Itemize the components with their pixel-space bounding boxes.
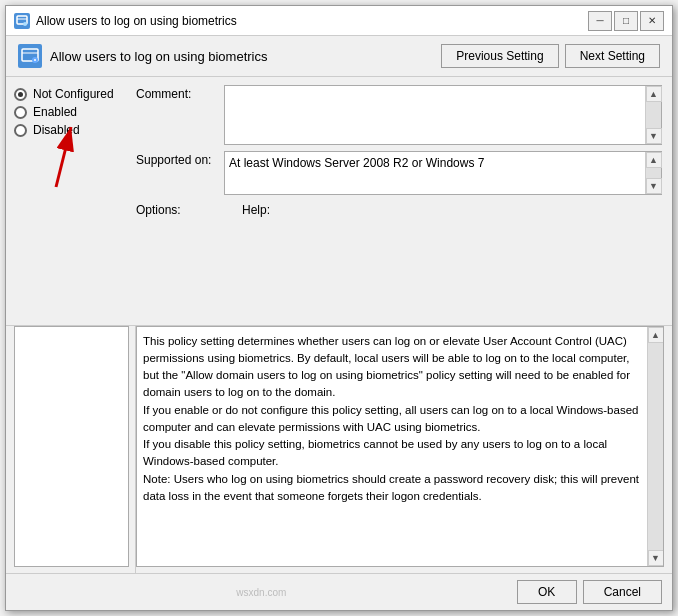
supported-label: Supported on:: [136, 151, 216, 167]
maximize-button[interactable]: □: [614, 11, 638, 31]
window-icon: [14, 13, 30, 29]
radio-not-configured-circle: [14, 88, 27, 101]
comment-row: Comment: ▲ ▼: [136, 85, 662, 145]
prev-setting-button[interactable]: Previous Setting: [441, 44, 558, 68]
close-button[interactable]: ✕: [640, 11, 664, 31]
cancel-button[interactable]: Cancel: [583, 580, 662, 604]
window-title: Allow users to log on using biometrics: [36, 14, 237, 28]
right-panel: Comment: ▲ ▼ Supported on: At least Wind…: [136, 77, 672, 325]
watermark-text: wsxdn.com: [236, 587, 290, 598]
options-header-label: Options:: [136, 203, 236, 217]
radio-disabled-label: Disabled: [33, 123, 80, 137]
radio-group: Not Configured Enabled Disabled: [14, 87, 128, 137]
radio-enabled-circle: [14, 106, 27, 119]
window-controls: ─ □ ✕: [588, 11, 664, 31]
left-panel: Not Configured Enabled Disabled: [6, 77, 136, 325]
header-buttons: Previous Setting Next Setting: [441, 44, 660, 68]
radio-not-configured[interactable]: Not Configured: [14, 87, 128, 101]
ok-button[interactable]: OK: [517, 580, 577, 604]
comment-scroll-track: [646, 102, 661, 128]
bottom-panels: This policy setting determines whether u…: [6, 325, 672, 574]
header-title: Allow users to log on using biometrics: [50, 49, 268, 64]
help-para-2: If you enable or do not configure this p…: [143, 402, 641, 437]
help-header-label: Help:: [236, 203, 662, 217]
help-panel: This policy setting determines whether u…: [136, 326, 672, 574]
header-title-group: Allow users to log on using biometrics: [18, 44, 268, 68]
svg-point-2: [23, 22, 27, 26]
comment-scrollbar[interactable]: ▲ ▼: [645, 86, 661, 144]
header-row: Allow users to log on using biometrics P…: [6, 36, 672, 77]
header-icon: [18, 44, 42, 68]
help-para-1: This policy setting determines whether u…: [143, 333, 641, 402]
supported-scroll-down[interactable]: ▼: [646, 178, 662, 194]
comment-label: Comment:: [136, 85, 216, 101]
supported-value: At least Windows Server 2008 R2 or Windo…: [225, 152, 645, 194]
main-window: Allow users to log on using biometrics ─…: [5, 5, 673, 611]
radio-enabled-label: Enabled: [33, 105, 77, 119]
radio-disabled-circle: [14, 124, 27, 137]
title-bar: Allow users to log on using biometrics ─…: [6, 6, 672, 36]
next-setting-button[interactable]: Next Setting: [565, 44, 660, 68]
minimize-button[interactable]: ─: [588, 11, 612, 31]
radio-disabled[interactable]: Disabled: [14, 123, 128, 137]
help-scrollbar[interactable]: ▲ ▼: [647, 327, 663, 567]
supported-row: Supported on: At least Windows Server 20…: [136, 151, 662, 195]
help-para-4: Note: Users who log on using biometrics …: [143, 471, 641, 506]
comment-scroll-up[interactable]: ▲: [646, 86, 662, 102]
supported-scroll-track: [646, 168, 661, 178]
comment-input[interactable]: [225, 86, 645, 144]
supported-scrollbar[interactable]: ▲ ▼: [645, 152, 661, 194]
bottom-bar: wsxdn.com OK Cancel: [6, 573, 672, 610]
help-scroll-down[interactable]: ▼: [648, 550, 664, 566]
options-content-area: [14, 326, 129, 568]
help-scroll-track: [648, 343, 663, 551]
comment-scroll-down[interactable]: ▼: [646, 128, 662, 144]
help-scroll-up[interactable]: ▲: [648, 327, 664, 343]
help-text: This policy setting determines whether u…: [137, 327, 647, 567]
radio-enabled[interactable]: Enabled: [14, 105, 128, 119]
help-para-3: If you disable this policy setting, biom…: [143, 436, 641, 471]
title-bar-left: Allow users to log on using biometrics: [14, 13, 237, 29]
options-panel: [6, 326, 136, 574]
radio-not-configured-label: Not Configured: [33, 87, 114, 101]
help-content-wrapper: This policy setting determines whether u…: [136, 326, 664, 568]
supported-scroll-up[interactable]: ▲: [646, 152, 662, 168]
